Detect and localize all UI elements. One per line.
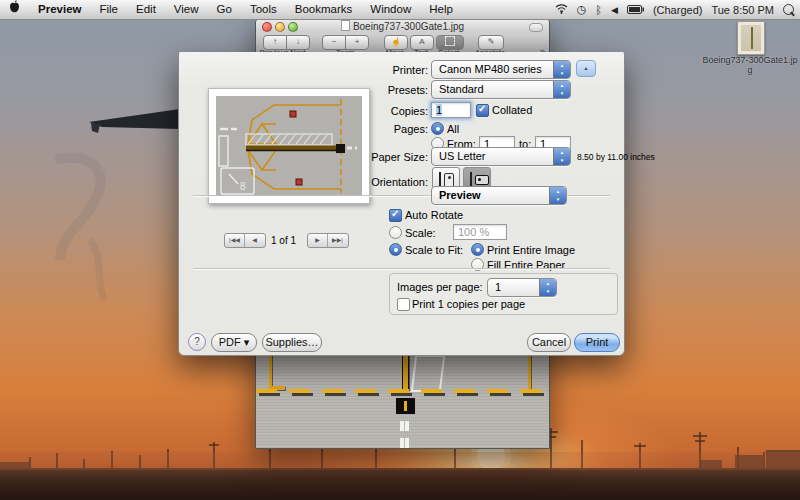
settings-section-select[interactable]: Preview ▲▼ — [431, 186, 567, 205]
collated-label: Collated — [492, 104, 532, 116]
orientation-label: Orientation: — [309, 176, 428, 188]
scale-radio[interactable] — [389, 226, 402, 239]
last-page-button[interactable]: ▶▶| — [327, 234, 347, 247]
auto-rotate-label: Auto Rotate — [405, 209, 463, 221]
toolbar-toggle-button[interactable] — [529, 23, 543, 32]
help-button[interactable]: ? — [188, 333, 206, 351]
page-nav-fwd-group: ▶ ▶▶| — [307, 233, 349, 248]
window-title: Boeing737-300Gate1.jpg — [256, 20, 549, 32]
apple-menu-icon[interactable] — [0, 0, 29, 19]
print-button[interactable]: Print — [574, 333, 620, 352]
spotlight-icon[interactable] — [783, 4, 794, 15]
document-icon — [341, 20, 350, 31]
scale-to-fit-radio[interactable] — [389, 243, 402, 256]
images-per-page-label: Images per page: — [397, 281, 483, 293]
paper-size-label: Paper Size: — [309, 151, 428, 163]
scale-input[interactable]: 100 % — [453, 224, 507, 240]
menu-window[interactable]: Window — [361, 0, 420, 19]
landscape-icon — [470, 172, 472, 187]
collapse-sheet-button[interactable]: ▲ — [576, 60, 596, 77]
battery-status-label: (Charged) — [653, 4, 703, 16]
copies-label: Copies: — [309, 105, 428, 117]
supplies-button[interactable]: Supplies… — [262, 333, 322, 352]
images-per-page-value: 1 — [495, 281, 501, 293]
printer-label: Printer: — [309, 64, 428, 76]
paper-size-info: 8.50 by 11.00 inches — [577, 152, 655, 162]
images-per-page-group: Images per page: 1 ▲▼ Print 1 copies per… — [389, 273, 618, 315]
presets-value: Standard — [439, 83, 484, 95]
svg-text:8: 8 — [240, 181, 246, 192]
menu-bookmarks[interactable]: Bookmarks — [286, 0, 362, 19]
paper-size-stepper-icon: ▲▼ — [553, 148, 570, 165]
volume-icon[interactable]: ◀ — [611, 5, 618, 15]
scale-label: Scale: — [405, 227, 436, 239]
presets-select[interactable]: Standard ▲▼ — [431, 80, 571, 99]
first-page-button[interactable]: |◀◀ — [225, 234, 244, 247]
menu-app-name[interactable]: Preview — [29, 0, 90, 19]
desktop-file-icon[interactable] — [737, 21, 765, 55]
print-entire-image-radio[interactable] — [471, 243, 484, 256]
window-titlebar[interactable]: Boeing737-300Gate1.jpg — [256, 19, 549, 34]
presets-stepper-icon: ▲▼ — [553, 81, 570, 98]
pages-all-radio[interactable] — [431, 122, 444, 135]
battery-icon[interactable] — [627, 4, 644, 16]
paper-size-select[interactable]: US Letter ▲▼ — [431, 147, 571, 166]
fill-entire-paper-label: Fill Entire Paper — [487, 259, 565, 271]
wifi-icon[interactable] — [555, 3, 568, 16]
desktop-file-label[interactable]: Boeing737-300Gate1.jpg — [700, 55, 800, 75]
white-dashed-line-2 — [405, 418, 409, 448]
print-entire-image-label: Print Entire Image — [487, 244, 575, 256]
menu-go[interactable]: Go — [208, 0, 241, 19]
fill-entire-paper-radio[interactable] — [471, 258, 484, 271]
portrait-icon — [439, 172, 441, 187]
previous-page-button[interactable]: ◀ — [244, 234, 264, 247]
menu-bar: Preview File Edit View Go Tools Bookmark… — [0, 0, 800, 20]
menu-help[interactable]: Help — [420, 0, 462, 19]
timemachine-icon[interactable]: ◷ — [577, 3, 587, 16]
print-dialog: 8 |◀◀ ◀ 1 of 1 ▶ ▶▶| Printer: Canon MP48… — [178, 52, 625, 356]
menu-clock[interactable]: Tue 8:50 PM — [711, 4, 774, 16]
print-copies-checkbox[interactable] — [397, 298, 410, 311]
printer-select[interactable]: Canon MP480 series ▲▼ — [431, 60, 571, 79]
printer-value: Canon MP480 series — [439, 63, 542, 75]
printer-stepper-icon: ▲▼ — [553, 61, 570, 78]
menu-file[interactable]: File — [90, 0, 127, 19]
print-copies-label: Print 1 copies per page — [412, 298, 525, 310]
images-per-page-stepper-icon: ▲▼ — [539, 279, 556, 296]
next-page-button[interactable]: ▶ — [308, 234, 327, 247]
page-nav-back-group: |◀◀ ◀ — [224, 233, 266, 248]
white-outline-box — [411, 355, 446, 392]
settings-section-value: Preview — [439, 189, 481, 201]
select-icon — [445, 36, 455, 46]
images-per-page-select[interactable]: 1 ▲▼ — [487, 278, 557, 297]
desktop-screen: Preview File Edit View Go Tools Bookmark… — [0, 0, 800, 500]
auto-rotate-checkbox[interactable] — [389, 209, 402, 222]
paper-size-value: US Letter — [439, 150, 485, 162]
cancel-button[interactable]: Cancel — [527, 333, 571, 352]
presets-label: Presets: — [309, 84, 428, 96]
section-stepper-icon: ▲▼ — [549, 187, 566, 204]
dashed-stop-line-shadow — [259, 393, 549, 396]
menu-view[interactable]: View — [165, 0, 208, 19]
stop-marker — [396, 398, 415, 414]
pages-all-label: All — [447, 123, 459, 135]
pdf-menu-button[interactable]: PDF ▾ — [211, 333, 257, 352]
menu-tools[interactable]: Tools — [241, 0, 286, 19]
white-dashed-line — [400, 418, 404, 448]
copies-input[interactable]: 1 — [431, 102, 471, 118]
menu-edit[interactable]: Edit — [127, 0, 165, 19]
scale-to-fit-label: Scale to Fit: — [405, 244, 463, 256]
page-indicator: 1 of 1 — [271, 235, 296, 246]
bluetooth-icon[interactable]: ᛒ — [595, 4, 602, 16]
collated-checkbox[interactable] — [476, 104, 489, 117]
separator-2 — [193, 268, 610, 269]
pages-label: Pages: — [309, 123, 428, 135]
